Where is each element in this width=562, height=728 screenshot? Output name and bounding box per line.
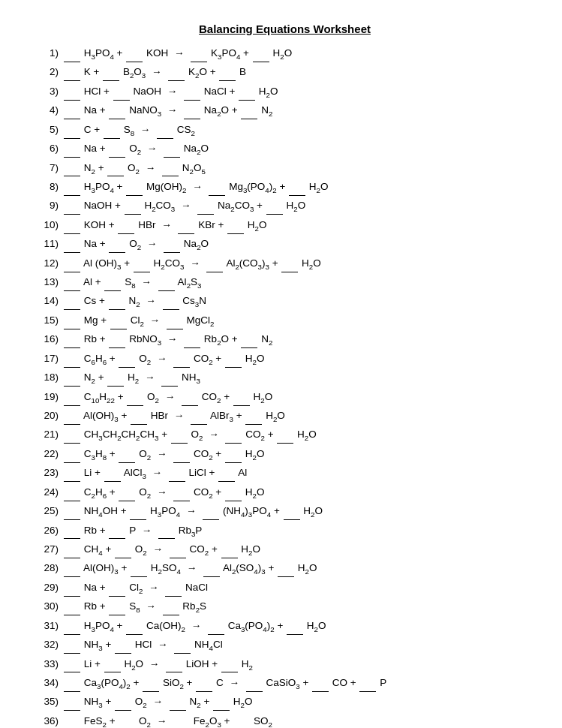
blank-line: [64, 161, 80, 177]
blank-line: [171, 427, 188, 444]
blank-line: [64, 504, 80, 520]
equation-item: 9) NaOH + H2CO3 → Na2CO3 + H2O: [38, 198, 532, 215]
equation-body: C3H8 + O2 → CO2 + H2O: [63, 447, 532, 463]
blank-line: [64, 332, 80, 348]
blank-line: [64, 390, 80, 406]
equation-number: 18): [38, 370, 63, 386]
equation-item: 32) NH3 + HCl → NH4Cl: [38, 637, 532, 654]
equation-item: 3) HCl + NaOH → NaCl + H2O: [38, 84, 532, 101]
blank-line: [64, 465, 80, 482]
blank-line: [158, 523, 175, 540]
reaction-arrow: →: [142, 525, 152, 536]
blank-line: [126, 618, 143, 635]
equation-item: 19) C10H22 + O2 → CO2 + H2O: [38, 390, 532, 406]
equation-number: 33): [38, 657, 63, 672]
blank-line: [284, 504, 300, 520]
reaction-arrow: →: [229, 677, 239, 688]
blank-line: [64, 447, 80, 463]
equation-number: 14): [38, 293, 63, 309]
blank-line: [64, 293, 80, 310]
blank-line: [233, 390, 250, 406]
equation-item: 22) C3H8 + O2 → CO2 + H2O: [38, 447, 532, 463]
blank-line: [213, 694, 230, 711]
blank-line: [184, 103, 200, 119]
equation-body: Na + NaNO3 → Na2O + N2: [63, 103, 532, 119]
equation-number: 6): [38, 141, 63, 157]
reaction-arrow: →: [181, 200, 191, 211]
equation-item: 1) H3PO4 + KOH → K3PO4 + H2O: [38, 46, 532, 62]
reaction-arrow: →: [146, 600, 156, 612]
blank-line: [113, 84, 130, 101]
blank-line: [104, 122, 120, 139]
blank-line: [64, 675, 80, 692]
blank-line: [115, 542, 131, 558]
equation-number: 31): [38, 618, 63, 634]
blank-line: [191, 408, 207, 425]
blank-line: [227, 218, 244, 234]
equation-item: 30) Rb + S8 → Rb2S: [38, 599, 532, 615]
reaction-arrow: →: [147, 238, 158, 249]
blank-line: [239, 84, 255, 101]
reaction-arrow: →: [141, 276, 152, 287]
reaction-arrow: →: [149, 658, 160, 669]
equation-number: 16): [38, 332, 63, 347]
equation-number: 34): [38, 675, 63, 691]
blank-line: [109, 580, 125, 597]
blank-line: [170, 542, 186, 558]
blank-line: [64, 179, 80, 196]
blank-line: [64, 580, 80, 597]
blank-line: [225, 447, 242, 463]
blank-line: [109, 332, 125, 348]
equation-number: 1): [38, 46, 63, 62]
blank-line: [64, 256, 80, 272]
equation-body: Al + S8 → Al2S3: [63, 275, 532, 291]
reaction-arrow: →: [190, 257, 200, 269]
blank-line: [64, 427, 80, 444]
blank-line: [64, 218, 80, 234]
equation-number: 2): [38, 65, 63, 80]
blank-line: [221, 657, 238, 673]
equation-number: 32): [38, 637, 63, 653]
blank-line: [253, 46, 269, 62]
equation-number: 10): [38, 218, 63, 233]
blank-line: [64, 351, 80, 368]
blank-line: [184, 332, 200, 348]
reaction-arrow: →: [152, 543, 163, 555]
blank-line: [109, 523, 125, 540]
blank-line: [167, 313, 183, 329]
blank-line: [164, 141, 180, 158]
blank-line: [289, 179, 305, 196]
blank-line: [278, 561, 294, 577]
equation-body: Li + H2O → LiOH + H2: [63, 657, 532, 673]
equation-list: 1) H3PO4 + KOH → K3PO4 + H2O2) K + B2O3 …: [38, 46, 532, 728]
equation-body: K + B2O3 → K2O + B: [63, 65, 532, 81]
equation-item: 24) C2H6 + O2 → CO2 + H2O: [38, 485, 532, 501]
blank-line: [158, 275, 175, 291]
blank-line: [103, 65, 119, 81]
blank-line: [119, 714, 135, 728]
blank-line: [130, 504, 146, 520]
equation-item: 18) N2 + H2 → NH3: [38, 370, 532, 387]
page-title: Balancing Equations Worksheet: [38, 23, 532, 35]
equation-body: Na + Cl2 → NaCl: [63, 580, 532, 597]
blank-line: [281, 256, 298, 272]
blank-line: [161, 370, 178, 387]
blank-line: [104, 657, 121, 673]
blank-line: [184, 84, 200, 101]
equation-item: 33) Li + H2O → LiOH + H2: [38, 657, 532, 673]
equation-item: 4) Na + NaNO3 → Na2O + N2: [38, 103, 532, 119]
reaction-arrow: →: [150, 314, 161, 326]
blank-line: [203, 504, 219, 520]
equation-item: 27) CH4 + O2 → CO2 + H2O: [38, 542, 532, 558]
reaction-arrow: →: [152, 66, 162, 77]
blank-line: [173, 714, 190, 728]
equation-item: 28) Al(OH)3 + H2SO4 → Al2(SO4)3 + H2O: [38, 561, 532, 577]
equation-number: 5): [38, 122, 63, 138]
equation-number: 8): [38, 179, 63, 195]
equation-number: 21): [38, 427, 63, 443]
blank-line: [64, 198, 80, 215]
blank-line: [241, 332, 257, 348]
reaction-arrow: →: [152, 467, 163, 478]
blank-line: [168, 65, 185, 81]
reaction-arrow: →: [146, 162, 156, 173]
